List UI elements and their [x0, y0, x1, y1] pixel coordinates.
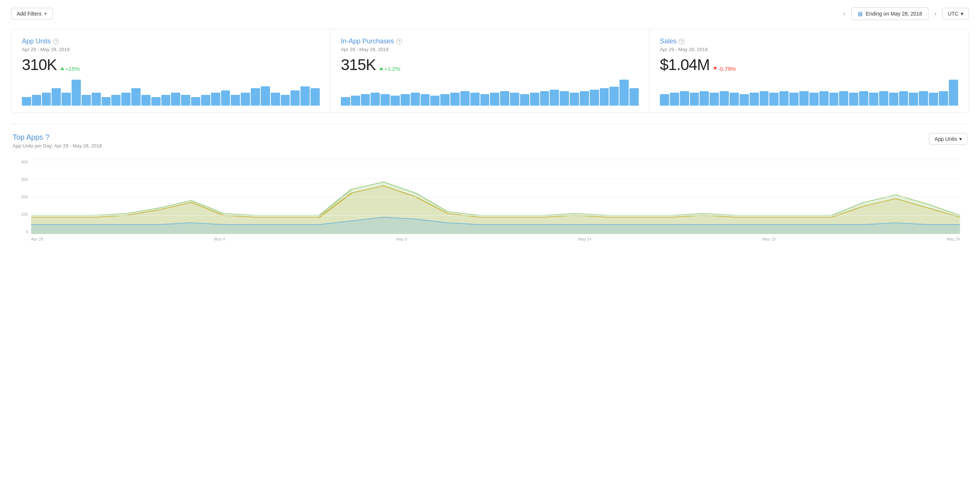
- timezone-button[interactable]: UTC ▾: [942, 8, 969, 20]
- bar: [131, 88, 141, 106]
- top-apps-title: Top Apps ?: [13, 133, 102, 141]
- x-axis-label: May 9: [396, 237, 407, 241]
- bar: [799, 91, 809, 106]
- bar: [750, 93, 759, 106]
- bar: [510, 93, 519, 106]
- prev-arrow-button[interactable]: ‹: [841, 9, 848, 19]
- metric-help-icon[interactable]: ?: [679, 38, 685, 44]
- metric-date: Apr 29 - May 28, 2018: [660, 47, 958, 52]
- timezone-label: UTC: [948, 11, 958, 17]
- bar: [540, 91, 549, 106]
- bar: [600, 88, 609, 106]
- chart-y-axis: 40K30K20K10K0: [13, 160, 31, 234]
- top-apps-title-group: Top Apps ? App Units per Day: Apr 29 - M…: [13, 133, 102, 156]
- x-axis-label: May 4: [214, 237, 225, 241]
- y-axis-label: 30K: [21, 177, 28, 182]
- change-arrow-icon: [713, 67, 717, 70]
- add-filters-button[interactable]: Add Filters +: [11, 8, 52, 20]
- next-arrow-button[interactable]: ›: [932, 9, 939, 19]
- bar: [720, 91, 729, 106]
- bar: [421, 94, 430, 106]
- metric-date: Apr 29 - May 28, 2018: [22, 47, 320, 52]
- bar: [22, 97, 31, 106]
- bar: [161, 95, 171, 106]
- bar: [191, 97, 200, 106]
- bar: [869, 93, 878, 106]
- metric-title: Sales ?: [660, 37, 958, 45]
- bar: [929, 93, 938, 106]
- bar: [92, 93, 101, 106]
- metric-value-row: 315K +1.2%: [341, 56, 639, 74]
- bar: [171, 93, 180, 106]
- bar: [121, 93, 130, 106]
- bar: [809, 93, 819, 106]
- bar: [361, 94, 370, 106]
- bar: [919, 91, 928, 106]
- x-axis-label: May 19: [762, 237, 776, 241]
- bar: [440, 94, 450, 106]
- app-units-dropdown-button[interactable]: App Units ▾: [929, 133, 967, 145]
- bar: [909, 93, 918, 106]
- app-units-dropdown-arrow: ▾: [959, 136, 962, 142]
- bar: [281, 95, 290, 106]
- x-axis-label: Apr 29: [31, 237, 43, 241]
- bar: [480, 94, 490, 106]
- metric-help-icon[interactable]: ?: [396, 38, 402, 44]
- bar: [660, 94, 669, 106]
- bar: [889, 93, 898, 106]
- metric-value: 315K: [341, 56, 376, 74]
- metric-help-icon[interactable]: ?: [53, 38, 59, 44]
- bar: [371, 93, 380, 106]
- top-apps-subtitle: App Units per Day: Apr 29 - May 28, 2018: [13, 143, 102, 149]
- plus-icon: +: [44, 10, 47, 17]
- add-filters-label: Add Filters: [17, 11, 41, 17]
- bar: [231, 95, 240, 106]
- bar: [72, 80, 81, 106]
- metric-change-text: +1.2%: [384, 66, 400, 72]
- date-range-button[interactable]: ▦ Ending on May 28, 2018: [851, 8, 928, 20]
- bar: [730, 93, 739, 106]
- bar: [859, 91, 869, 106]
- bar: [380, 94, 390, 106]
- bar-chart: [660, 80, 958, 106]
- bar: [52, 88, 61, 106]
- bar: [609, 87, 619, 106]
- bar: [879, 91, 888, 106]
- bar: [201, 95, 210, 106]
- bar: [829, 93, 839, 106]
- bar: [221, 90, 230, 106]
- line-chart-container: 40K30K20K10K0 Apr 29May 4May 9May 14May …: [13, 160, 967, 249]
- bar: [949, 80, 958, 106]
- bar: [111, 95, 121, 106]
- metric-card-sales: Sales ? Apr 29 - May 28, 2018 $1.04M -0.…: [649, 29, 969, 112]
- metrics-row: App Units ? Apr 29 - May 28, 2018 310K +…: [11, 29, 969, 113]
- bar: [62, 93, 71, 106]
- bar: [42, 93, 51, 106]
- y-axis-label: 20K: [21, 195, 28, 199]
- bar: [500, 91, 509, 106]
- bar: [490, 93, 499, 106]
- bar: [630, 88, 639, 106]
- top-apps-help-icon[interactable]: ?: [45, 133, 49, 141]
- bar: [580, 91, 589, 106]
- section-divider: [11, 124, 969, 124]
- bar: [261, 86, 270, 106]
- bar: [700, 91, 709, 106]
- metric-title-text: Sales: [660, 37, 676, 45]
- bar: [760, 91, 769, 106]
- y-axis-label: 10K: [21, 212, 28, 216]
- metric-change: +1.2%: [379, 66, 400, 72]
- metric-card-app-units: App Units ? Apr 29 - May 28, 2018 310K +…: [11, 29, 331, 112]
- bar-chart: [341, 80, 639, 106]
- bar: [470, 93, 480, 106]
- bar: [410, 93, 420, 106]
- metric-change: -0.79%: [713, 66, 736, 72]
- metric-value-row: 310K +15%: [22, 56, 320, 74]
- bar: [151, 97, 161, 106]
- bar: [430, 96, 439, 106]
- metric-value: 310K: [22, 56, 57, 74]
- bar: [401, 94, 410, 106]
- x-axis-label: May 14: [578, 237, 591, 241]
- bar: [181, 95, 190, 106]
- bar: [819, 91, 829, 106]
